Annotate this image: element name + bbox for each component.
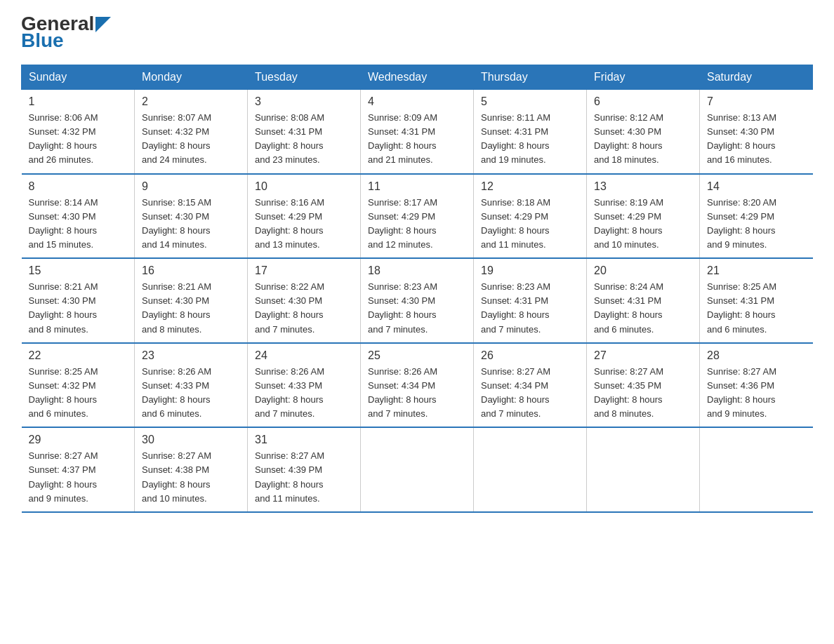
day-info: Sunrise: 8:27 AM Sunset: 4:35 PM Dayligh… — [594, 365, 692, 422]
calendar-week-row: 8Sunrise: 8:14 AM Sunset: 4:30 PM Daylig… — [22, 174, 813, 259]
day-number: 12 — [481, 180, 579, 193]
calendar-day-cell: 16Sunrise: 8:21 AM Sunset: 4:30 PM Dayli… — [135, 258, 248, 343]
col-header-saturday: Saturday — [700, 65, 813, 90]
day-number: 23 — [142, 349, 240, 362]
col-header-thursday: Thursday — [474, 65, 587, 90]
calendar-day-cell: 4Sunrise: 8:09 AM Sunset: 4:31 PM Daylig… — [361, 90, 474, 174]
day-number: 3 — [255, 95, 353, 108]
day-info: Sunrise: 8:24 AM Sunset: 4:31 PM Dayligh… — [594, 280, 692, 337]
day-info: Sunrise: 8:27 AM Sunset: 4:39 PM Dayligh… — [255, 449, 353, 506]
calendar-week-row: 29Sunrise: 8:27 AM Sunset: 4:37 PM Dayli… — [22, 427, 813, 512]
day-number: 26 — [481, 349, 579, 362]
calendar-day-cell: 3Sunrise: 8:08 AM Sunset: 4:31 PM Daylig… — [248, 90, 361, 174]
day-number: 10 — [255, 180, 353, 193]
calendar-day-cell: 25Sunrise: 8:26 AM Sunset: 4:34 PM Dayli… — [361, 343, 474, 428]
day-number: 6 — [594, 95, 692, 108]
day-info: Sunrise: 8:15 AM Sunset: 4:30 PM Dayligh… — [142, 196, 240, 253]
day-number: 19 — [481, 264, 579, 277]
day-number: 11 — [368, 180, 466, 193]
day-info: Sunrise: 8:21 AM Sunset: 4:30 PM Dayligh… — [29, 280, 128, 337]
day-info: Sunrise: 8:26 AM Sunset: 4:33 PM Dayligh… — [142, 365, 240, 422]
day-number: 7 — [707, 95, 806, 108]
day-number: 4 — [368, 95, 466, 108]
day-number: 30 — [142, 434, 240, 446]
day-info: Sunrise: 8:19 AM Sunset: 4:29 PM Dayligh… — [594, 196, 692, 253]
calendar-day-cell: 8Sunrise: 8:14 AM Sunset: 4:30 PM Daylig… — [22, 174, 135, 259]
calendar-day-cell: 9Sunrise: 8:15 AM Sunset: 4:30 PM Daylig… — [135, 174, 248, 259]
calendar-day-cell: 28Sunrise: 8:27 AM Sunset: 4:36 PM Dayli… — [700, 343, 813, 428]
day-number: 29 — [29, 434, 128, 446]
col-header-monday: Monday — [135, 65, 248, 90]
calendar-day-cell: 18Sunrise: 8:23 AM Sunset: 4:30 PM Dayli… — [361, 258, 474, 343]
calendar-week-row: 1Sunrise: 8:06 AM Sunset: 4:32 PM Daylig… — [22, 90, 813, 174]
day-info: Sunrise: 8:16 AM Sunset: 4:29 PM Dayligh… — [255, 196, 353, 253]
day-info: Sunrise: 8:06 AM Sunset: 4:32 PM Dayligh… — [29, 111, 128, 168]
day-number: 8 — [29, 180, 128, 193]
calendar-day-cell: 24Sunrise: 8:26 AM Sunset: 4:33 PM Dayli… — [248, 343, 361, 428]
day-info: Sunrise: 8:21 AM Sunset: 4:30 PM Dayligh… — [142, 280, 240, 337]
day-info: Sunrise: 8:23 AM Sunset: 4:31 PM Dayligh… — [481, 280, 579, 337]
day-info: Sunrise: 8:20 AM Sunset: 4:29 PM Dayligh… — [707, 196, 806, 253]
svg-marker-0 — [95, 17, 111, 32]
day-info: Sunrise: 8:25 AM Sunset: 4:32 PM Dayligh… — [29, 365, 128, 422]
day-number: 16 — [142, 264, 240, 277]
calendar-day-cell: 7Sunrise: 8:13 AM Sunset: 4:30 PM Daylig… — [700, 90, 813, 174]
day-number: 27 — [594, 349, 692, 362]
calendar-day-cell: 27Sunrise: 8:27 AM Sunset: 4:35 PM Dayli… — [587, 343, 700, 428]
day-number: 5 — [481, 95, 579, 108]
calendar-week-row: 15Sunrise: 8:21 AM Sunset: 4:30 PM Dayli… — [22, 258, 813, 343]
calendar-day-cell: 29Sunrise: 8:27 AM Sunset: 4:37 PM Dayli… — [22, 427, 135, 512]
logo-triangle-icon — [95, 17, 111, 32]
calendar-day-cell: 21Sunrise: 8:25 AM Sunset: 4:31 PM Dayli… — [700, 258, 813, 343]
day-number: 13 — [594, 180, 692, 193]
day-info: Sunrise: 8:27 AM Sunset: 4:37 PM Dayligh… — [29, 449, 128, 506]
calendar-day-cell: 5Sunrise: 8:11 AM Sunset: 4:31 PM Daylig… — [474, 90, 587, 174]
day-number: 21 — [707, 264, 806, 277]
calendar-day-cell: 30Sunrise: 8:27 AM Sunset: 4:38 PM Dayli… — [135, 427, 248, 512]
day-number: 24 — [255, 349, 353, 362]
day-info: Sunrise: 8:13 AM Sunset: 4:30 PM Dayligh… — [707, 111, 806, 168]
calendar-day-cell: 23Sunrise: 8:26 AM Sunset: 4:33 PM Dayli… — [135, 343, 248, 428]
day-number: 14 — [707, 180, 806, 193]
calendar-day-cell: 6Sunrise: 8:12 AM Sunset: 4:30 PM Daylig… — [587, 90, 700, 174]
day-number: 15 — [29, 264, 128, 277]
calendar-day-cell: 26Sunrise: 8:27 AM Sunset: 4:34 PM Dayli… — [474, 343, 587, 428]
calendar-week-row: 22Sunrise: 8:25 AM Sunset: 4:32 PM Dayli… — [22, 343, 813, 428]
logo: General Blue — [21, 14, 111, 51]
calendar-day-cell: 31Sunrise: 8:27 AM Sunset: 4:39 PM Dayli… — [248, 427, 361, 512]
day-info: Sunrise: 8:11 AM Sunset: 4:31 PM Dayligh… — [481, 111, 579, 168]
day-info: Sunrise: 8:27 AM Sunset: 4:36 PM Dayligh… — [707, 365, 806, 422]
calendar-day-cell — [474, 427, 587, 512]
day-info: Sunrise: 8:23 AM Sunset: 4:30 PM Dayligh… — [368, 280, 466, 337]
calendar-day-cell: 19Sunrise: 8:23 AM Sunset: 4:31 PM Dayli… — [474, 258, 587, 343]
col-header-tuesday: Tuesday — [248, 65, 361, 90]
day-info: Sunrise: 8:26 AM Sunset: 4:34 PM Dayligh… — [368, 365, 466, 422]
calendar-day-cell: 15Sunrise: 8:21 AM Sunset: 4:30 PM Dayli… — [22, 258, 135, 343]
day-number: 31 — [255, 434, 353, 446]
calendar-day-cell: 22Sunrise: 8:25 AM Sunset: 4:32 PM Dayli… — [22, 343, 135, 428]
day-number: 1 — [29, 95, 128, 108]
day-number: 25 — [368, 349, 466, 362]
logo-blue: Blue — [21, 31, 64, 51]
day-info: Sunrise: 8:25 AM Sunset: 4:31 PM Dayligh… — [707, 280, 806, 337]
calendar-day-cell: 10Sunrise: 8:16 AM Sunset: 4:29 PM Dayli… — [248, 174, 361, 259]
calendar-day-cell — [587, 427, 700, 512]
day-info: Sunrise: 8:14 AM Sunset: 4:30 PM Dayligh… — [29, 196, 128, 253]
calendar-day-cell: 12Sunrise: 8:18 AM Sunset: 4:29 PM Dayli… — [474, 174, 587, 259]
day-info: Sunrise: 8:17 AM Sunset: 4:29 PM Dayligh… — [368, 196, 466, 253]
day-info: Sunrise: 8:27 AM Sunset: 4:34 PM Dayligh… — [481, 365, 579, 422]
day-info: Sunrise: 8:12 AM Sunset: 4:30 PM Dayligh… — [594, 111, 692, 168]
col-header-friday: Friday — [587, 65, 700, 90]
day-info: Sunrise: 8:07 AM Sunset: 4:32 PM Dayligh… — [142, 111, 240, 168]
day-info: Sunrise: 8:27 AM Sunset: 4:38 PM Dayligh… — [142, 449, 240, 506]
day-info: Sunrise: 8:09 AM Sunset: 4:31 PM Dayligh… — [368, 111, 466, 168]
day-number: 18 — [368, 264, 466, 277]
calendar-day-cell: 17Sunrise: 8:22 AM Sunset: 4:30 PM Dayli… — [248, 258, 361, 343]
day-number: 20 — [594, 264, 692, 277]
calendar-table: SundayMondayTuesdayWednesdayThursdayFrid… — [21, 65, 813, 513]
calendar-day-cell — [700, 427, 813, 512]
day-number: 9 — [142, 180, 240, 193]
day-number: 2 — [142, 95, 240, 108]
day-info: Sunrise: 8:08 AM Sunset: 4:31 PM Dayligh… — [255, 111, 353, 168]
day-number: 28 — [707, 349, 806, 362]
